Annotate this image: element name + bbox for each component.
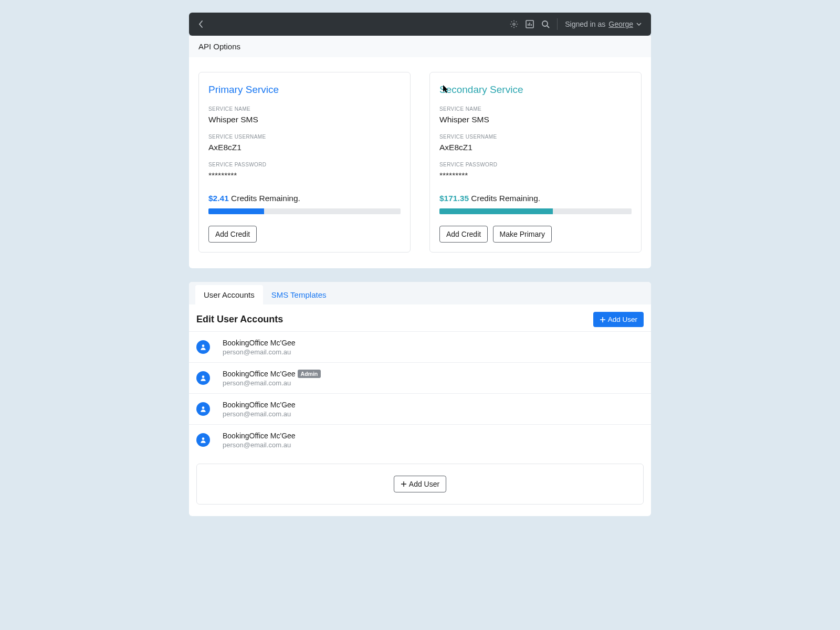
user-row[interactable]: BookingOffice Mc'Geeperson@email.com.au [189,424,651,455]
accounts-panel: User Accounts SMS Templates Edit User Ac… [189,282,651,516]
credits-line: $171.35 Credits Remaining. [439,194,632,203]
add-user-button-top[interactable]: Add User [593,312,644,327]
add-credit-button[interactable]: Add Credit [208,226,257,243]
primary-service-card: Primary Service SERVICE NAME Whisper SMS… [198,72,411,253]
user-row[interactable]: BookingOffice Mc'GeeAdminperson@email.co… [189,362,651,393]
progress-bar [439,208,632,214]
chart-icon[interactable] [526,20,534,28]
tabs: User Accounts SMS Templates [189,282,651,304]
person-icon [200,436,207,444]
chevron-down-icon [636,23,642,26]
avatar [196,402,210,416]
progress-fill [439,208,553,214]
add-user-label: Add User [409,480,439,488]
section-title: Edit User Accounts [196,314,283,325]
tab-user-accounts[interactable]: User Accounts [195,285,263,304]
make-primary-button[interactable]: Make Primary [493,226,552,243]
person-icon [200,343,207,351]
add-user-label: Add User [608,316,637,323]
service-title: Primary Service [208,84,401,96]
svg-point-10 [202,437,205,440]
add-credit-button[interactable]: Add Credit [439,226,488,243]
credits-line: $2.41 Credits Remaining. [208,194,401,203]
search-icon[interactable] [541,20,550,28]
divider [557,18,558,30]
label-service-password: SERVICE PASSWORD [439,162,632,167]
gear-icon[interactable] [510,20,518,28]
topbar: Signed in as George [189,13,651,36]
secondary-service-card: Secondary Service SERVICE NAME Whisper S… [429,72,642,253]
label-service-name: SERVICE NAME [208,106,401,112]
svg-point-5 [542,21,548,26]
service-title: Secondary Service [439,84,632,96]
avatar [196,433,210,447]
service-name: Whisper SMS [439,115,632,124]
tab-sms-templates[interactable]: SMS Templates [263,285,335,304]
user-email: person@email.com.au [223,379,321,387]
avatar [196,340,210,354]
panel-title: API Options [189,36,651,57]
plus-icon [600,317,606,323]
label-service-username: SERVICE USERNAME [208,134,401,140]
avatar [196,371,210,385]
plus-icon [401,481,407,487]
svg-line-6 [547,26,549,28]
service-name: Whisper SMS [208,115,401,124]
add-user-box: Add User [196,464,644,505]
person-icon [200,405,207,413]
person-icon [200,374,207,382]
user-name: BookingOffice Mc'Gee [223,401,296,409]
label-service-username: SERVICE USERNAME [439,134,632,140]
user-name: BookingOffice Mc'Gee [223,339,296,347]
user-row[interactable]: BookingOffice Mc'Geeperson@email.com.au [189,331,651,362]
user-name: BookingOffice Mc'Gee [223,432,296,440]
credits-suffix: Credits Remaining. [471,194,540,203]
user-email: person@email.com.au [223,410,298,418]
user-name: BookingOffice Mc'Gee [223,370,296,378]
user-menu[interactable]: Signed in as George [565,20,642,28]
credits-amount: $171.35 [439,194,469,203]
credits-suffix: Credits Remaining. [231,194,300,203]
service-username: AxE8cZ1 [208,143,401,152]
svg-point-0 [513,23,515,25]
user-row[interactable]: BookingOffice Mc'Geeperson@email.com.au [189,393,651,424]
label-service-name: SERVICE NAME [439,106,632,112]
service-password: ********* [439,171,632,180]
username: George [608,20,633,28]
api-options-panel: API Options Primary Service SERVICE NAME… [189,36,651,268]
service-password: ********* [208,171,401,180]
user-email: person@email.com.au [223,348,298,356]
label-service-password: SERVICE PASSWORD [208,162,401,167]
credits-amount: $2.41 [208,194,229,203]
admin-badge: Admin [298,370,321,378]
svg-point-7 [202,344,205,347]
user-email: person@email.com.au [223,441,298,449]
progress-fill [208,208,264,214]
signed-in-label: Signed in as [565,20,605,28]
svg-point-9 [202,406,205,409]
svg-point-8 [202,375,205,378]
add-user-button-bottom[interactable]: Add User [394,476,446,492]
back-icon[interactable] [198,20,203,28]
service-username: AxE8cZ1 [439,143,632,152]
progress-bar [208,208,401,214]
